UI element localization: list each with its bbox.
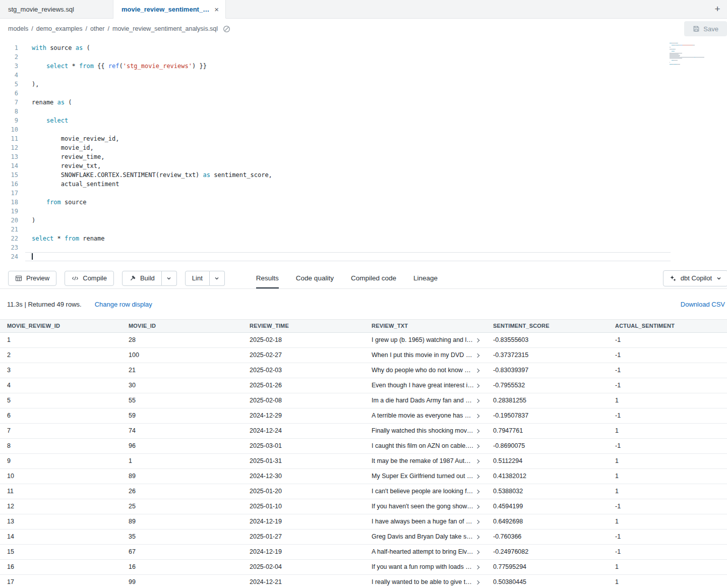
editor-line: 12 movie_id, xyxy=(0,143,727,152)
review-text: I have always been a huge fan of "Hom… xyxy=(372,514,474,529)
file-tabbar: stg_movie_reviews.sql movie_review_senti… xyxy=(0,0,727,19)
review-text: When I put this movie in my DVD playe… xyxy=(372,348,474,363)
editor-line: 18 from source xyxy=(0,198,727,207)
cell-review_txt: I grew up (b. 1965) watching and lovin… xyxy=(365,333,486,347)
expand-cell-icon[interactable] xyxy=(474,382,481,389)
expand-cell-icon[interactable] xyxy=(474,549,481,556)
table-row: 8962025-03-01I caught this film on AZN o… xyxy=(0,439,727,454)
column-header-sentiment_score[interactable]: SENTIMENT_SCORE xyxy=(486,320,608,332)
cell-review_txt: Why do people who do not know what… xyxy=(365,363,486,378)
column-header-review_time[interactable]: REVIEW_TIME xyxy=(243,320,365,332)
table-row: 11262025-01-20I can't believe people are… xyxy=(0,484,727,499)
tab-code-quality[interactable]: Code quality xyxy=(296,268,334,288)
editor-line: 3 select * from {{ ref('stg_movie_review… xyxy=(0,62,727,71)
file-tab-movie-review-sentiment[interactable]: movie_review_sentiment_… × xyxy=(113,0,226,19)
lint-dropdown-button[interactable] xyxy=(210,271,225,286)
tab-results[interactable]: Results xyxy=(256,268,279,288)
results-status-bar: 11.3s | Returned 49 rows. Change row dis… xyxy=(0,289,727,319)
column-header-review_txt[interactable]: REVIEW_TXT xyxy=(365,320,486,332)
line-number: 12 xyxy=(0,143,25,152)
editor-lines: 1with source as (23 select * from {{ ref… xyxy=(0,43,727,261)
cell-review_txt: I have always been a huge fan of "Hom… xyxy=(365,514,486,529)
line-number: 24 xyxy=(0,252,25,261)
expand-cell-icon[interactable] xyxy=(474,443,481,450)
lint-button[interactable]: Lint xyxy=(185,271,210,286)
chevron-down-icon xyxy=(214,275,220,281)
cell-sentiment_score: 0.50380445 xyxy=(486,575,608,588)
column-header-actual_sentiment[interactable]: ACTUAL_SENTIMENT xyxy=(608,320,727,332)
column-header-movie_review_id[interactable]: MOVIE_REVIEW_ID xyxy=(0,320,122,332)
review-text: A half-hearted attempt to bring Elvis P… xyxy=(372,545,474,559)
compile-button[interactable]: Compile xyxy=(65,271,114,286)
build-dropdown-button[interactable] xyxy=(162,271,177,286)
change-row-display-link[interactable]: Change row display xyxy=(95,301,152,308)
expand-cell-icon[interactable] xyxy=(474,428,481,435)
expand-cell-icon[interactable] xyxy=(474,534,481,541)
cell-review_time: 2024-12-19 xyxy=(243,514,365,529)
line-number: 23 xyxy=(0,243,25,252)
breadcrumb-item: movie_review_sentiment_analysis.sql xyxy=(112,25,218,32)
new-tab-button[interactable]: + xyxy=(708,0,727,18)
table-row: 15672024-12-19A half-hearted attempt to … xyxy=(0,545,727,560)
line-number: 2 xyxy=(0,52,25,62)
result-tabs: Results Code quality Compiled code Linea… xyxy=(256,268,438,288)
cell-movie_id: 25 xyxy=(122,499,243,514)
expand-cell-icon[interactable] xyxy=(474,518,481,525)
cell-review_time: 2025-02-27 xyxy=(243,348,365,363)
code-editor[interactable]: 1with source as (23 select * from {{ ref… xyxy=(0,39,727,268)
cell-movie_id: 99 xyxy=(122,575,243,588)
tab-label: Compiled code xyxy=(351,274,396,282)
cell-review_time: 2025-01-20 xyxy=(243,484,365,499)
cell-review_time: 2025-01-31 xyxy=(243,454,365,468)
expand-cell-icon[interactable] xyxy=(474,503,481,510)
expand-cell-icon[interactable] xyxy=(474,458,481,465)
tab-lineage[interactable]: Lineage xyxy=(413,268,438,288)
expand-cell-icon[interactable] xyxy=(474,473,481,480)
download-csv-link[interactable]: Download CSV xyxy=(681,301,725,308)
tab-compiled-code[interactable]: Compiled code xyxy=(351,268,396,288)
build-button[interactable]: Build xyxy=(122,271,162,286)
file-state-icon[interactable] xyxy=(223,25,230,33)
expand-cell-icon[interactable] xyxy=(474,413,481,420)
table-row: 17992024-12-21I really wanted to be able… xyxy=(0,575,727,588)
close-icon[interactable]: × xyxy=(214,5,219,14)
cell-review_time: 2025-02-08 xyxy=(243,393,365,408)
expand-cell-icon[interactable] xyxy=(474,579,481,586)
expand-cell-icon[interactable] xyxy=(474,367,481,374)
tab-label: Code quality xyxy=(296,274,334,282)
expand-cell-icon[interactable] xyxy=(474,564,481,571)
cell-review_txt: When I put this movie in my DVD playe… xyxy=(365,348,486,363)
dbt-copilot-button[interactable]: dbt Copilot xyxy=(663,270,727,286)
cell-actual_sentiment: -1 xyxy=(608,499,727,514)
expand-cell-icon[interactable] xyxy=(474,397,481,404)
editor-line: 13 review_time, xyxy=(0,152,727,161)
cell-movie_id: 1 xyxy=(122,454,243,468)
cell-actual_sentiment: 1 xyxy=(608,393,727,408)
table-row: 21002025-02-27When I put this movie in m… xyxy=(0,348,727,363)
file-tab-stg-movie-reviews[interactable]: stg_movie_reviews.sql xyxy=(0,0,113,18)
editor-line: 16 actual_sentiment xyxy=(0,180,727,189)
cell-movie_id: 26 xyxy=(122,484,243,499)
cell-sentiment_score: -0.7955532 xyxy=(486,378,608,393)
expand-cell-icon[interactable] xyxy=(474,488,481,495)
editor-minimap[interactable] xyxy=(670,43,705,67)
column-header-movie_id[interactable]: MOVIE_ID xyxy=(122,320,243,332)
cell-actual_sentiment: -1 xyxy=(608,348,727,363)
review-text: If you haven't seen the gong show TV s… xyxy=(372,499,474,514)
editor-line: 6 xyxy=(0,89,727,98)
cell-actual_sentiment: 1 xyxy=(608,469,727,484)
file-tab-label: stg_movie_reviews.sql xyxy=(8,6,74,13)
cell-actual_sentiment: 1 xyxy=(608,575,727,588)
cell-review_time: 2025-01-10 xyxy=(243,499,365,514)
table-row: 1282025-02-18I grew up (b. 1965) watchin… xyxy=(0,333,727,348)
cell-review_txt: Finally watched this shocking movie la… xyxy=(365,424,486,438)
preview-button[interactable]: Preview xyxy=(8,271,56,286)
cell-movie_id: 89 xyxy=(122,514,243,529)
expand-cell-icon[interactable] xyxy=(474,352,481,359)
editor-line: 19 xyxy=(0,207,727,216)
cell-movie_id: 16 xyxy=(122,560,243,574)
cell-movie_id: 89 xyxy=(122,469,243,484)
expand-cell-icon[interactable] xyxy=(474,337,481,344)
save-button[interactable]: Save xyxy=(684,21,727,36)
table-row: 10892024-12-30My Super Ex Girlfriend tur… xyxy=(0,469,727,484)
